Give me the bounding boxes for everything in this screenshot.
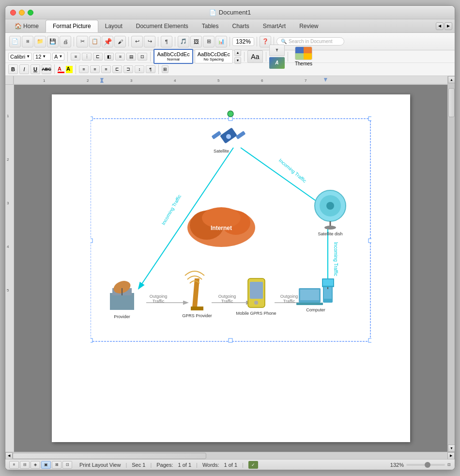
hscroll-bar: ◀ ▶ <box>5 452 455 459</box>
bold-btn[interactable]: B <box>8 64 18 74</box>
tab-format-picture[interactable]: Format Picture <box>46 20 98 32</box>
view-btn-5[interactable]: ⊠ <box>52 461 61 469</box>
svg-point-40 <box>324 226 336 230</box>
view-btn-3[interactable]: ◈ <box>31 461 40 469</box>
open-btn[interactable]: 📁 <box>34 36 46 47</box>
spell-check-btn[interactable]: ✓ <box>248 461 258 469</box>
maximize-button[interactable] <box>28 10 33 15</box>
justify-btn[interactable]: ⊡ <box>138 53 147 61</box>
tab-layout[interactable]: Layout <box>98 20 129 32</box>
italic-btn[interactable]: I <box>19 64 29 74</box>
scroll-down-btn[interactable]: ▼ <box>448 445 455 452</box>
themes-btn[interactable]: Themes <box>291 45 316 68</box>
view-btn-2[interactable]: ⊟ <box>20 461 30 469</box>
table-btn[interactable]: ⊞ <box>203 36 215 47</box>
copy-btn[interactable]: 📋 <box>89 36 101 47</box>
redo-btn[interactable]: ↪ <box>144 36 155 47</box>
ruler-left: 1 2 3 4 5 <box>5 76 14 452</box>
font-color-btn[interactable]: A <box>58 66 64 73</box>
tab-scroll-right[interactable]: ▶ <box>445 22 452 30</box>
scroll-up-btn[interactable]: ▲ <box>448 76 455 83</box>
indent-increase-btn[interactable]: ⊐ <box>123 65 133 73</box>
styles-scroll-down[interactable]: ▼ <box>234 57 241 64</box>
style-normal[interactable]: AaBbCcDdEc Normal <box>153 49 193 64</box>
scroll-track[interactable] <box>448 83 455 445</box>
provider-label: Provider <box>114 314 130 319</box>
new-btn[interactable]: 📄 <box>9 36 21 47</box>
hscroll-thumb[interactable] <box>13 453 206 459</box>
paragraph-mark-btn[interactable]: ¶ <box>146 65 155 73</box>
tab-document-elements[interactable]: Document Elements <box>129 20 195 32</box>
zoom-track[interactable] <box>406 464 445 466</box>
svg-rect-18 <box>91 338 92 342</box>
strikethrough-btn[interactable]: ABC <box>42 64 51 74</box>
chart-btn[interactable]: 📊 <box>215 36 227 47</box>
status-sep3: | <box>196 462 198 468</box>
format-painter-btn[interactable]: 🖌 <box>114 36 126 47</box>
close-button[interactable] <box>10 10 16 15</box>
label-incoming-2: Incoming Traffic <box>277 157 307 184</box>
tab-tables[interactable]: Tables <box>195 20 226 32</box>
image-btn[interactable]: 🖼 <box>190 36 202 47</box>
view-btn-6[interactable]: ⊡ <box>62 461 72 469</box>
indent-decrease-btn[interactable]: ⊏ <box>112 65 122 73</box>
tab-home[interactable]: 🏠 Home <box>8 20 46 32</box>
font-size-value: 12 <box>35 54 41 60</box>
words-label: Words: <box>202 462 219 468</box>
underline-btn[interactable]: U <box>31 64 40 74</box>
tab-scroll-left[interactable]: ◀ <box>436 22 444 30</box>
font-size-select[interactable]: 12 ▼ <box>33 53 51 61</box>
font-family-select[interactable]: Calibri ▼ <box>8 53 32 61</box>
align-left-2-btn[interactable]: ≡ <box>79 65 89 73</box>
list-bullets-btn[interactable]: ≡ <box>71 53 80 61</box>
svg-point-21 <box>228 111 233 117</box>
cut-btn[interactable]: ✂ <box>77 36 88 47</box>
font-size2-select[interactable]: A ▼ <box>52 53 64 61</box>
wordart-btn[interactable]: A <box>269 57 285 69</box>
list-indent-btn[interactable]: ⊏ <box>93 53 103 61</box>
sort-btn[interactable]: ↕ <box>135 65 144 73</box>
textbox-btn[interactable]: T <box>269 45 285 56</box>
align-right-btn[interactable]: ▤ <box>126 53 136 61</box>
hscroll-right-btn[interactable]: ▶ <box>447 452 455 460</box>
tab-charts[interactable]: Charts <box>225 20 256 32</box>
wordart-icon-label: A <box>275 60 278 65</box>
scroll-thumb[interactable] <box>448 88 455 117</box>
align-center-btn[interactable]: ≡ <box>115 53 125 61</box>
satellite-dish-node: Satellite dish <box>315 190 346 236</box>
doc-scroll[interactable]: Incoming Traffic Incoming Traffic Incomi… <box>14 85 447 452</box>
paste-btn[interactable]: 📌 <box>102 36 113 47</box>
paragraph-btn[interactable]: ¶ <box>161 36 172 47</box>
align-center-2-btn[interactable]: ≡ <box>90 65 100 73</box>
align-left-btn[interactable]: ◧ <box>104 53 114 61</box>
styles-scroll-up[interactable]: ▲ <box>234 49 241 56</box>
svg-rect-51 <box>300 290 319 300</box>
list-numbers-btn[interactable]: ⋮ <box>82 53 92 61</box>
style-nospacing[interactable]: AaBbCcDdEc No Spacing <box>195 49 233 63</box>
tab-review[interactable]: Review <box>292 20 325 32</box>
print-btn[interactable]: 🖨 <box>60 36 71 47</box>
sec-label: Sec 1 <box>132 462 145 468</box>
media-btn[interactable]: 🎵 <box>178 36 189 47</box>
change-styles-btn[interactable]: Aa <box>247 50 263 63</box>
sep2 <box>128 37 129 46</box>
mobile-phone-node: Mobile GPRS Phone <box>236 278 276 316</box>
undo-btn[interactable]: ↩ <box>131 36 143 47</box>
fmt-sep2 <box>76 64 76 74</box>
font-color-icon: A <box>58 66 64 72</box>
styles-expand-btn[interactable]: ⊞ <box>162 65 169 73</box>
hscroll-track[interactable] <box>13 452 447 459</box>
zoom-level[interactable]: 132% <box>232 37 254 46</box>
ruler-mark-5: 5 <box>7 288 9 292</box>
align-right-2-btn[interactable]: ≡ <box>101 65 111 73</box>
minimize-button[interactable] <box>19 10 25 15</box>
templates-btn[interactable]: ⊞ <box>22 36 33 47</box>
tab-smartart[interactable]: SmartArt <box>256 20 292 32</box>
zoom-resize-icon: ⊡ <box>447 462 451 467</box>
zoom-thumb[interactable] <box>425 462 430 468</box>
view-btn-1[interactable]: ≡ <box>9 461 19 469</box>
view-btn-4[interactable]: ▣ <box>41 461 51 469</box>
hscroll-left-btn[interactable]: ◀ <box>5 452 13 460</box>
save-btn[interactable]: 💾 <box>47 36 59 47</box>
highlight-btn[interactable]: A <box>66 66 73 73</box>
